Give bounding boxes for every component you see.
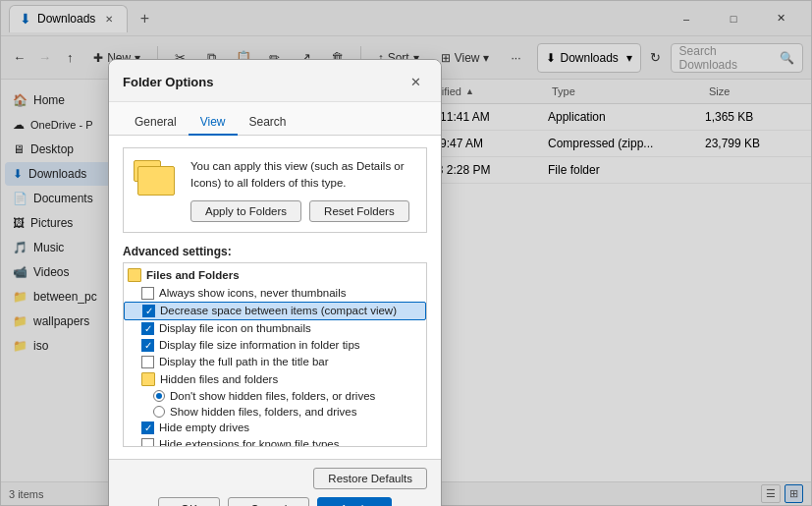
checkbox-display-file-size[interactable]: ✓ <box>141 339 154 352</box>
checkbox-display-full-path[interactable] <box>141 356 154 368</box>
folder-views-description: You can apply this view (such as Details… <box>190 158 416 193</box>
restore-defaults-row: Restore Defaults <box>123 468 427 489</box>
tab-search[interactable]: Search <box>238 110 298 136</box>
ok-button[interactable]: OK <box>158 497 220 507</box>
restore-defaults-button[interactable]: Restore Defaults <box>313 468 427 489</box>
advanced-settings-label: Advanced settings: <box>123 245 427 258</box>
settings-group-hidden-files: Hidden files and folders <box>124 370 426 388</box>
folder-tree-icon <box>128 268 141 282</box>
tab-general[interactable]: General <box>123 110 189 136</box>
settings-list: Files and Folders Always show icons, nev… <box>123 262 427 447</box>
folder-views-buttons: Apply to Folders Reset Folders <box>190 200 416 222</box>
hidden-files-folder-icon <box>141 372 155 386</box>
checkbox-decrease-space[interactable]: ✓ <box>142 305 155 317</box>
settings-item-hide-extensions[interactable]: Hide extensions for known file types <box>124 436 426 447</box>
folder-views-icon <box>134 158 181 197</box>
settings-item-decrease-space[interactable]: ✓ Decrease space between items (compact … <box>124 302 426 320</box>
settings-item-always-show-icons[interactable]: Always show icons, never thumbnails <box>124 285 426 302</box>
footer-buttons-row: OK Cancel Apply <box>123 497 427 507</box>
cancel-button[interactable]: Cancel <box>228 497 309 507</box>
dialog-title: Folder Options <box>123 75 213 89</box>
dialog-tabs: General View Search <box>109 102 441 136</box>
apply-to-folders-button[interactable]: Apply to Folders <box>190 200 301 222</box>
apply-button[interactable]: Apply <box>317 497 392 507</box>
checkbox-hide-empty-drives[interactable]: ✓ <box>141 422 154 434</box>
reset-folders-button[interactable]: Reset Folders <box>309 200 409 222</box>
settings-item-display-full-path[interactable]: Display the full path in the title bar <box>124 354 426 370</box>
dialog-titlebar: Folder Options ✕ <box>109 60 441 102</box>
radio-show-hidden[interactable] <box>153 406 165 418</box>
settings-group-files-folders: Files and Folders <box>124 265 426 285</box>
settings-item-show-hidden[interactable]: Show hidden files, folders, and drives <box>124 404 426 420</box>
checkbox-display-file-icon[interactable]: ✓ <box>141 322 154 335</box>
settings-item-hide-empty-drives[interactable]: ✓ Hide empty drives <box>124 420 426 436</box>
folder-views-section: You can apply this view (such as Details… <box>123 147 427 233</box>
dialog-body: You can apply this view (such as Details… <box>109 136 441 459</box>
modal-overlay: Folder Options ✕ General View Search You… <box>0 0 812 506</box>
dialog-close-button[interactable]: ✕ <box>404 70 427 93</box>
checkbox-always-show-icons[interactable] <box>141 287 154 300</box>
settings-item-display-file-icon[interactable]: ✓ Display file icon on thumbnails <box>124 320 426 337</box>
settings-item-dont-show-hidden[interactable]: Don't show hidden files, folders, or dri… <box>124 388 426 404</box>
folder-options-dialog: Folder Options ✕ General View Search You… <box>108 59 442 506</box>
tab-view[interactable]: View <box>189 110 238 136</box>
folder-views-content: You can apply this view (such as Details… <box>190 158 416 222</box>
checkbox-hide-extensions[interactable] <box>141 438 154 447</box>
radio-dont-show-hidden[interactable] <box>153 390 165 402</box>
dialog-footer: Restore Defaults OK Cancel Apply <box>109 459 441 507</box>
settings-item-display-file-size[interactable]: ✓ Display file size information in folde… <box>124 337 426 354</box>
